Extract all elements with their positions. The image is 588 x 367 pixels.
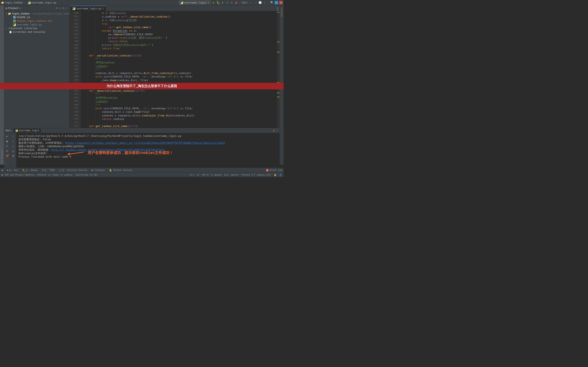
run-tab[interactable]: username_login	[14, 128, 41, 133]
git-label: Git:	[242, 1, 248, 4]
layout-icon[interactable]: ⊞	[5, 149, 9, 153]
status-right: 8:1 LF UTF-8 4 spaces Git: master Python…	[190, 174, 282, 176]
run-config-selector[interactable]: username_login ▾	[178, 0, 211, 5]
project-header: ▤ Project ▾ ⊕ ⇤ ⚙ —	[4, 5, 69, 11]
lock-icon[interactable]: 🔒	[274, 174, 277, 176]
console-link[interactable]: https://passport.alibaba.com/mini_apply_…	[65, 141, 225, 144]
folder-icon: 📁	[1, 1, 4, 4]
toolbar-right: username_login ▾ ▶ 🐛 ▶ ◔ ≡ ■ | Git: ↙ ✓ …	[178, 0, 283, 5]
show-tool-windows-icon[interactable]: ▣	[2, 169, 3, 171]
wrap-icon[interactable]: ↵	[11, 144, 15, 148]
event-log-tab[interactable]: Event Log	[270, 169, 282, 171]
tree-root[interactable]: ▾ 📁 login_taobao ~/PycharmProjects/login…	[4, 12, 69, 16]
ide-settings-icon[interactable]	[275, 1, 278, 4]
print-icon[interactable]: 🖨	[11, 149, 15, 153]
breadcrumb-file[interactable]: username_login.py	[28, 1, 57, 4]
tree-file-readme[interactable]: M↓ README.md	[4, 16, 69, 19]
git-history-button[interactable]: 🕐	[259, 1, 262, 4]
arrow-icon	[67, 150, 88, 155]
breadcrumb: 📁 login_taobao 〉 username_login.py	[1, 1, 178, 4]
tree-external-libs[interactable]: ▸ ⊞ External Libraries	[4, 26, 69, 30]
search-button[interactable]: 🔍	[270, 1, 274, 4]
restart-icon[interactable]: ⟳	[5, 144, 9, 148]
debug-button[interactable]: 🐛	[217, 1, 220, 4]
status-icon[interactable]: ▣	[2, 174, 3, 176]
terminal-tool-tab[interactable]: ▣ Terminal	[90, 169, 107, 171]
scratches-icon: 📋	[9, 31, 12, 33]
git-branch[interactable]: Git: master	[224, 174, 239, 176]
editor-tabs: username_login.py ×	[69, 5, 279, 11]
down-icon[interactable]: ↓	[11, 139, 15, 143]
top-nav: 📁 login_taobao 〉 username_login.py usern…	[0, 0, 284, 5]
hide-icon[interactable]: —	[66, 7, 68, 9]
git-revert-button[interactable]: ↶	[263, 1, 266, 4]
tree-file-label: taobao_login_cookies.txt	[17, 20, 52, 22]
run-header: Run: username_login ⚙ —	[4, 128, 279, 133]
console-text: 登录淘宝成功, 跳转链接:	[18, 148, 51, 151]
collapse-icon[interactable]: ⇤	[60, 7, 61, 9]
profile-button[interactable]: ◔	[226, 1, 229, 4]
event-log-badge: 2	[266, 169, 269, 172]
concurrency-button[interactable]: ≡	[230, 1, 233, 4]
cursor-position[interactable]: 8:1	[190, 174, 194, 176]
run-body: ▶ ■ ⟳ ⊞ 📌 ↑ ↓ ↵ 🖨 🗑 /usr/local/Cellar/py…	[4, 133, 279, 167]
breadcrumb-file-label: username_login.py	[31, 1, 57, 4]
trash-icon[interactable]: 🗑	[11, 154, 15, 158]
breadcrumb-sep: 〉	[24, 1, 26, 4]
run-panel: Run: username_login ⚙ — ▶ ■ ⟳ ⊞ 📌 ↑ ↓ ↵ …	[4, 128, 279, 167]
console-line: /usr/local/Cellar/python/3.7.4/bin/pytho…	[18, 134, 277, 138]
breadcrumb-project[interactable]: 📁 login_taobao	[1, 1, 23, 4]
stop-button[interactable]: ■	[234, 1, 238, 4]
project-title[interactable]: ▤ Project ▾	[6, 7, 56, 9]
console-line: 获取st码成功, st码: 16EHb6e8srpvQ9MjIgV5OIA	[18, 145, 277, 148]
ide-settings-icon2[interactable]	[279, 1, 283, 4]
annotation-overlay: 用户名密码登录成功，提示保存cookies文件成功！	[67, 150, 173, 155]
pin-icon[interactable]: 📌	[5, 154, 9, 158]
settings-icon[interactable]: ⚙	[63, 7, 64, 9]
git-update-button[interactable]: ↙	[250, 1, 253, 4]
vcs-tool-tab[interactable]: ⎇ 9: Version Control	[57, 169, 89, 171]
editor-tab-label: username_login.py	[76, 7, 102, 10]
hector-icon[interactable]: 👤	[279, 174, 282, 176]
git-commit-button[interactable]: ✓	[254, 1, 257, 4]
line-separator[interactable]: LF	[197, 174, 199, 176]
indent-info[interactable]: 4 spaces	[211, 174, 222, 176]
settings-icon[interactable]: ⚙	[273, 129, 275, 132]
run-coverage-button[interactable]: ▶	[221, 1, 224, 4]
python-icon	[15, 129, 18, 132]
python-icon	[72, 7, 75, 10]
console-line: Process finished with exit code 0	[18, 155, 277, 158]
chevron-down-icon: ▾	[208, 1, 209, 4]
hide-icon[interactable]: —	[276, 129, 278, 132]
tree-root-path: ~/PycharmProjects/login_taobao	[31, 12, 72, 15]
rerun-button[interactable]: ▶	[5, 134, 9, 138]
text-icon	[13, 20, 16, 22]
locate-icon[interactable]: ⊕	[56, 7, 58, 9]
status-message: IDE and Plugin Updates: PyCharm is ready…	[5, 174, 98, 176]
python-icon	[28, 1, 31, 4]
project-icon: ▤	[6, 7, 7, 9]
editor-tab[interactable]: username_login.py ×	[70, 6, 106, 11]
stop-button2[interactable]: ■	[5, 139, 9, 143]
python-console-tool-tab[interactable]: 🐍 Python Console	[107, 169, 134, 171]
library-icon: ⊞	[9, 27, 10, 30]
tree-scratches[interactable]: 📋 Scratches and Consoles	[4, 30, 69, 34]
tree-external-libs-label: External Libraries	[11, 27, 37, 30]
tree-file-cookies[interactable]: taobao_login_cookies.txt	[4, 19, 69, 23]
tree-file-username-login[interactable]: username_login.py	[4, 23, 69, 26]
encoding[interactable]: UTF-8	[202, 174, 208, 176]
debug-tool-tab[interactable]: 🐛 5: Debug	[20, 169, 40, 171]
run-button[interactable]: ▶	[212, 1, 215, 4]
run-tab-label: username_login	[18, 129, 39, 132]
console-output[interactable]: /usr/local/Cellar/python/3.7.4/bin/pytho…	[16, 133, 279, 167]
up-icon[interactable]: ↑	[11, 134, 15, 138]
close-icon[interactable]: ×	[103, 7, 104, 10]
python-interpreter[interactable]: Python 3.7 (query_cet)	[242, 174, 271, 176]
bottom-right: 2 Event Log	[266, 169, 282, 172]
chevron-right-icon: ▸	[6, 27, 8, 30]
todo-tool-tab[interactable]: ☰ 6: TODO	[40, 169, 57, 171]
run-tool-tab[interactable]: ▶ 4: Run	[5, 169, 20, 171]
run-config-name: username_login	[184, 1, 207, 4]
tree-root-label: login_taobao	[12, 12, 30, 15]
chevron-down-icon: ▾	[6, 12, 7, 15]
